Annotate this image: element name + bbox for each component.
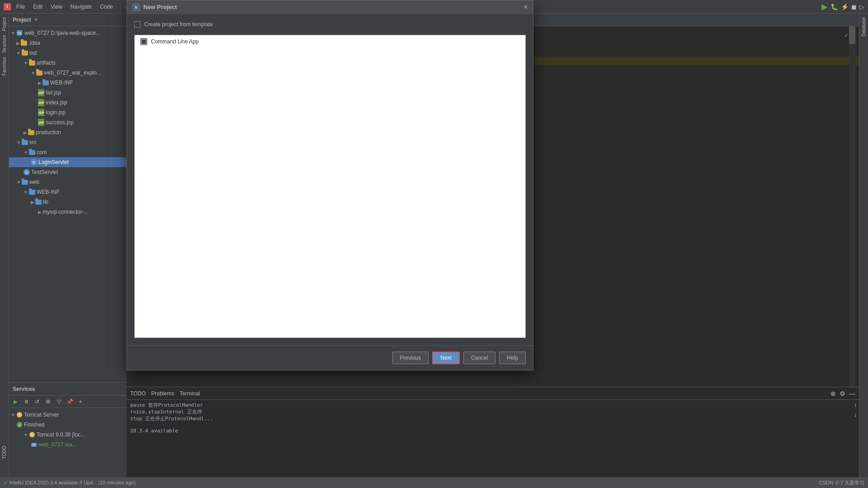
tree-node-web-label: web	[29, 179, 39, 185]
tree-item-artifacts[interactable]: ▼ artifacts	[9, 58, 127, 68]
arrow-down-artifacts: ▼	[24, 61, 28, 66]
menu-file[interactable]: File	[14, 3, 28, 11]
scroll-up-icon[interactable]: ↑	[854, 402, 857, 409]
folder-icon-out	[22, 51, 28, 56]
tree-node-fail-label: fail.jsp	[46, 89, 61, 96]
dialog-close-button[interactable]: ×	[524, 4, 528, 11]
run-button[interactable]: ▶	[821, 2, 828, 12]
console-tab-todo[interactable]: TODO	[130, 390, 146, 397]
services-finished[interactable]: ✓ Finished	[9, 420, 127, 430]
tree-node-war-label: web_0727_war_explo...	[44, 70, 101, 76]
folder-icon-artifacts	[29, 61, 35, 66]
console-panel: TODO Problems Terminal ⊕ ⚙ — pause 暂停Pro…	[127, 387, 859, 477]
next-button[interactable]: Next	[432, 352, 460, 364]
tree-item-webinf-2[interactable]: ▼ WEB-INF	[9, 187, 127, 197]
services-stop-btn[interactable]: ⏸	[22, 397, 31, 406]
tree-item-testservlet[interactable]: C TestServlet	[9, 167, 127, 177]
console-tab-terminal[interactable]: Terminal	[179, 390, 200, 397]
console-expand-icon[interactable]: ⊕	[830, 390, 836, 397]
tree-item-success-jsp[interactable]: JSP success.jsp	[9, 117, 127, 127]
template-item-cmdline[interactable]: ⬛ Command Line App	[135, 35, 525, 48]
tree-item-login-jsp[interactable]: JSP login.jsp	[9, 108, 127, 117]
arrow-down-com: ▼	[24, 150, 28, 155]
tree-item-root[interactable]: ▼ W web_0727 D:\java-web-space...	[9, 28, 127, 38]
tree-item-loginservlet[interactable]: C LoginServlet	[9, 157, 127, 167]
code-scrollbar[interactable]	[849, 26, 855, 387]
sidebar-tab-structure[interactable]: Structure	[2, 35, 7, 53]
menu-navigate[interactable]: Navigate	[68, 3, 94, 11]
arrow-down-icon-2: ▼	[16, 51, 21, 56]
template-cmdline-label: Command Line App	[151, 38, 198, 45]
tree-item-webinf-1[interactable]: ▶ WEB-INF	[9, 78, 127, 88]
project-tree: ▼ W web_0727 D:\java-web-space... ▶ .ide…	[9, 26, 127, 219]
services-pin-btn[interactable]: 📌	[65, 397, 74, 406]
services-filter-btn[interactable]: ▽	[54, 397, 63, 406]
tree-node-testservlet-label: TestServlet	[31, 169, 58, 175]
services-settings-btn[interactable]: ⚙	[43, 397, 52, 406]
sidebar-tab-bottom[interactable]: TODO	[2, 446, 7, 459]
dialog-title-text: New Project	[143, 4, 524, 10]
services-webapp[interactable]: W web_0727:wa...	[9, 440, 127, 450]
help-button[interactable]: Help	[499, 352, 526, 364]
profile-button[interactable]: ⚡	[841, 3, 849, 10]
menu-view[interactable]: View	[48, 3, 65, 11]
tree-item-production[interactable]: ▶ production	[9, 127, 127, 137]
tree-item-src[interactable]: ▼ src	[9, 137, 127, 147]
tree-node-src-label: src	[29, 139, 37, 145]
folder-icon-webinf1	[42, 80, 49, 85]
services-run-btn[interactable]: ▶	[11, 397, 20, 406]
jsp-icon-login: JSP	[38, 109, 44, 116]
tree-item-index-jsp[interactable]: JSP index.jsp	[9, 98, 127, 108]
tree-node-idea-label: .idea	[28, 40, 40, 46]
project-dropdown-icon[interactable]: ▼	[34, 17, 38, 22]
app-icon: I	[4, 3, 11, 10]
tree-node-success-label: success.jsp	[46, 119, 74, 126]
tree-item-lib[interactable]: ▶ lib	[9, 197, 127, 207]
tree-item-com[interactable]: ▼ com	[9, 147, 127, 157]
tree-item-idea[interactable]: ▶ .idea	[9, 38, 127, 48]
menu-code[interactable]: Code	[97, 3, 116, 11]
previous-button[interactable]: Previous	[392, 352, 429, 364]
sidebar-tab-project[interactable]: Project	[2, 17, 7, 31]
sidebar-tab-favorites[interactable]: Favorites	[2, 57, 7, 75]
arrow-right-mysql: ▶	[38, 210, 42, 215]
ide-window: I File Edit View Navigate Code web_0727 …	[0, 0, 868, 488]
tree-item-mysql[interactable]: ▶ mysql-connector-...	[9, 207, 127, 217]
tree-item-web[interactable]: ▼ web	[9, 177, 127, 187]
tree-node-webinf1-label: WEB-INF	[50, 80, 73, 86]
folder-icon-prod	[28, 130, 34, 135]
status-bar: ✓ IntelliJ IDEA 2020.3.4 available // Up…	[0, 477, 868, 488]
console-line-3: stop 正在停止ProtocolHandl...	[130, 415, 855, 422]
console-settings-icon[interactable]: ⚙	[840, 390, 845, 397]
menu-edit[interactable]: Edit	[30, 3, 45, 11]
tree-item-war-exploded[interactable]: ▼ web_0727_war_explo...	[9, 68, 127, 78]
create-template-label: Create project from template	[144, 21, 213, 28]
services-tomcat-instance[interactable]: ▼ T Tomcat 9.0.38 [loc...	[9, 430, 127, 440]
services-restart-btn[interactable]: ↺	[33, 397, 42, 406]
debug-button[interactable]: 🐛	[830, 3, 838, 10]
services-add-btn[interactable]: +	[76, 397, 85, 406]
scroll-down-icon[interactable]: ↓	[854, 411, 857, 418]
services-arrow-down: ▼	[11, 413, 15, 418]
services-tomcat-server[interactable]: ▼ T Tomcat Server	[9, 410, 127, 420]
arrow-down-war: ▼	[31, 70, 35, 75]
new-project-dialog: N New Project × Create project from temp…	[127, 0, 533, 371]
arrow-down-icon: ▼	[11, 31, 15, 36]
console-tab-problems[interactable]: Problems	[151, 390, 174, 397]
console-close-icon[interactable]: —	[849, 390, 855, 397]
tree-item-fail-jsp[interactable]: JSP fail.jsp	[9, 88, 127, 98]
code-check-icon: ✓	[844, 32, 848, 39]
tree-item-out[interactable]: ▼ out	[9, 48, 127, 58]
module-icon: W	[16, 30, 23, 36]
right-tab-database[interactable]: Database	[861, 17, 866, 37]
run-config[interactable]: ▷	[859, 3, 864, 10]
class-icon-login: C	[31, 159, 37, 165]
code-scrollbar-thumb[interactable]	[849, 26, 855, 44]
create-template-checkbox[interactable]	[134, 21, 141, 28]
tree-node-index-label: index.jsp	[46, 99, 67, 106]
tree-node-lib-label: lib	[43, 199, 48, 205]
arrow-right-prod: ▶	[24, 130, 27, 135]
console-line-2: rvice.stopInternal 正在停	[130, 408, 855, 415]
cancel-button[interactable]: Cancel	[463, 352, 495, 364]
svg-text:W: W	[18, 31, 21, 35]
